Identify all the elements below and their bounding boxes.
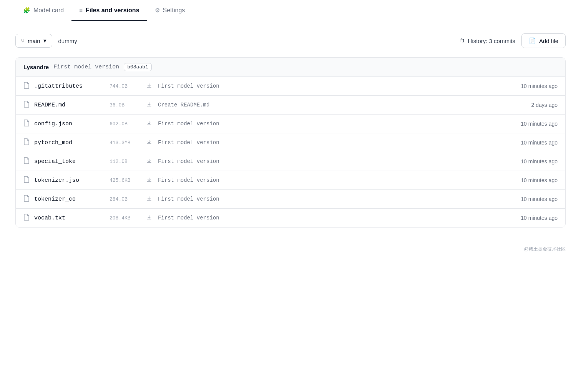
file-rows-container: .gitattributes 744.0B First model versio… (16, 77, 565, 227)
commit-author: Lysandre (23, 64, 49, 70)
file-name[interactable]: .gitattributes (34, 83, 103, 90)
tab-model-card-label: Model card (33, 7, 64, 14)
file-icon (23, 214, 30, 222)
model-card-icon: 🧩 (23, 7, 30, 14)
file-time: 10 minutes ago (521, 196, 558, 202)
history-link[interactable]: ⏱ History: 3 commits (459, 38, 515, 44)
settings-icon: ⚙ (155, 7, 160, 14)
table-row: pytorch_mod 413.3MB First model version … (16, 133, 565, 152)
files-icon: ≡ (79, 7, 83, 14)
file-icon (23, 138, 30, 147)
file-name[interactable]: tokenizer_co (34, 196, 103, 203)
file-size: 36.0B (110, 102, 140, 108)
file-size: 602.0B (110, 121, 140, 127)
file-time: 10 minutes ago (521, 83, 558, 89)
tab-navigation: 🧩 Model card ≡ Files and versions ⚙ Sett… (0, 0, 581, 21)
download-icon[interactable] (146, 121, 152, 127)
file-commit-message: First model version (158, 215, 521, 221)
tab-files-versions[interactable]: ≡ Files and versions (71, 0, 147, 21)
add-file-button[interactable]: 📄 Add file (521, 33, 566, 48)
file-table: Lysandre First model version b08aab1 .gi… (15, 57, 566, 228)
file-commit-message: First model version (158, 158, 521, 164)
tab-settings-label: Settings (163, 7, 185, 14)
tab-model-card[interactable]: 🧩 Model card (15, 0, 71, 21)
repo-path: dummy (58, 38, 77, 44)
commit-message: First model version (53, 64, 119, 70)
file-size: 744.0B (110, 83, 140, 89)
file-size: 112.0B (110, 159, 140, 164)
commit-hash[interactable]: b08aab1 (124, 63, 152, 71)
download-icon[interactable] (146, 215, 152, 221)
file-commit-message: First model version (158, 177, 521, 183)
file-icon (23, 120, 30, 128)
file-time: 10 minutes ago (521, 121, 558, 127)
download-icon[interactable] (146, 140, 152, 146)
branch-left: ⑂ main ▾ dummy (15, 34, 77, 48)
table-row: config.json 602.0B First model version 1… (16, 115, 565, 133)
table-row: README.md 36.0B Create README.md 2 days … (16, 96, 565, 115)
download-icon[interactable] (146, 158, 152, 165)
file-time: 10 minutes ago (521, 177, 558, 183)
file-table-header: Lysandre First model version b08aab1 (16, 58, 565, 77)
git-branch-icon: ⑂ (21, 38, 25, 44)
history-icon: ⏱ (459, 38, 465, 44)
table-row: .gitattributes 744.0B First model versio… (16, 77, 565, 96)
file-commit-message: Create README.md (158, 102, 531, 108)
branch-dropdown-icon: ▾ (43, 37, 46, 44)
file-commit-message: First model version (158, 83, 521, 89)
file-icon (23, 176, 30, 184)
file-icon (23, 82, 30, 90)
tab-files-versions-label: Files and versions (86, 7, 139, 14)
download-icon[interactable] (146, 102, 152, 108)
file-size: 208.4KB (110, 215, 140, 221)
file-size: 425.6KB (110, 178, 140, 183)
file-commit-message: First model version (158, 140, 521, 146)
branch-name: main (28, 38, 40, 44)
file-name[interactable]: pytorch_mod (34, 140, 103, 146)
download-icon[interactable] (146, 177, 152, 184)
tab-settings[interactable]: ⚙ Settings (147, 0, 193, 21)
file-time: 10 minutes ago (521, 140, 558, 146)
file-size: 413.3MB (110, 140, 140, 146)
file-time: 2 days ago (531, 102, 558, 108)
main-content: ⑂ main ▾ dummy ⏱ History: 3 commits 📄 Ad… (0, 21, 581, 240)
file-commit-message: First model version (158, 121, 521, 127)
file-name[interactable]: README.md (34, 102, 103, 108)
branch-selector[interactable]: ⑂ main ▾ (15, 34, 52, 48)
file-icon (23, 195, 30, 203)
file-name[interactable]: config.json (34, 121, 103, 127)
add-file-label: Add file (539, 38, 558, 44)
table-row: special_toke 112.0B First model version … (16, 152, 565, 171)
watermark: @稀土掘金技术社区 (0, 240, 581, 256)
file-icon (23, 101, 30, 109)
history-label: History: 3 commits (468, 38, 515, 44)
file-time: 10 minutes ago (521, 215, 558, 221)
file-commit-message: First model version (158, 196, 521, 202)
file-name[interactable]: special_toke (34, 158, 103, 165)
table-row: vocab.txt 208.4KB First model version 10… (16, 209, 565, 227)
file-size: 284.0B (110, 196, 140, 202)
branch-bar: ⑂ main ▾ dummy ⏱ History: 3 commits 📄 Ad… (15, 33, 566, 48)
table-row: tokenizer_co 284.0B First model version … (16, 190, 565, 209)
download-icon[interactable] (146, 196, 152, 203)
add-file-icon: 📄 (529, 37, 536, 44)
download-icon[interactable] (146, 83, 152, 90)
file-time: 10 minutes ago (521, 158, 558, 164)
table-row: tokenizer.jso 425.6KB First model versio… (16, 171, 565, 190)
file-name[interactable]: tokenizer.jso (34, 177, 103, 184)
file-name[interactable]: vocab.txt (34, 215, 103, 221)
branch-right: ⏱ History: 3 commits 📄 Add file (459, 33, 566, 48)
file-icon (23, 157, 30, 166)
